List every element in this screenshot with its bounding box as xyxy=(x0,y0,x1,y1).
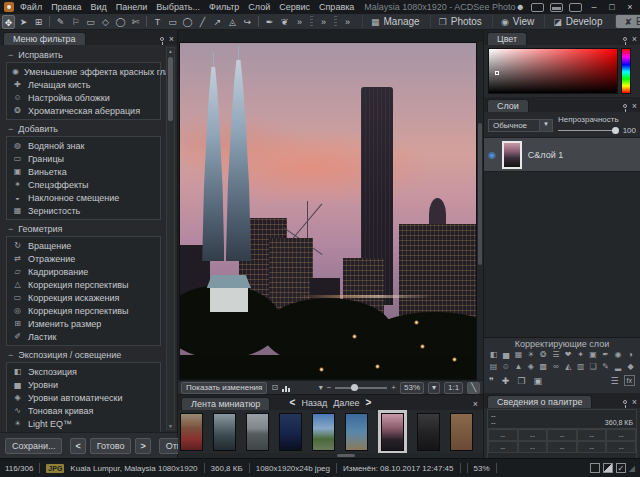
filter-item[interactable]: ◒Наклонное смещение xyxy=(7,191,160,204)
zoom-level[interactable]: 53% xyxy=(400,382,424,394)
ellipse-shape-tool[interactable]: ◯ xyxy=(181,15,194,29)
filter-item[interactable]: ◍Водяной знак xyxy=(7,139,160,152)
menu-item[interactable]: Правка xyxy=(51,2,81,12)
close-icon[interactable]: × xyxy=(169,35,174,43)
thumbnail-road-valley[interactable] xyxy=(312,413,335,451)
layout-bottom-button[interactable] xyxy=(550,3,563,12)
layer-visibility-icon[interactable]: ◉ xyxy=(488,150,496,160)
filter-section-header[interactable]: −Экспозиция / освещение xyxy=(8,350,161,360)
close-icon[interactable]: × xyxy=(632,35,637,43)
minimize-button[interactable]: – xyxy=(588,2,600,12)
collapse-icon[interactable]: − xyxy=(8,51,13,59)
zoom-in-icon[interactable]: + xyxy=(391,383,396,392)
checkbox-icon[interactable]: ✓ xyxy=(616,463,626,473)
collapse-icon[interactable]: − xyxy=(8,225,13,233)
filter-item[interactable]: ☀Light EQ™ xyxy=(7,417,160,430)
filter-item[interactable]: ↻Вращение xyxy=(7,239,160,252)
done-button[interactable]: Готово xyxy=(90,438,132,454)
thumbnail-dark-gate[interactable] xyxy=(417,413,440,451)
filter-scrollbar[interactable]: ▲ ▼ xyxy=(166,47,175,430)
adj-curves-icon[interactable]: ▦ xyxy=(513,349,524,361)
zoom-menu-icon[interactable]: ▾ xyxy=(319,383,323,392)
collapse-icon[interactable]: − xyxy=(8,351,13,359)
layout-left-button[interactable] xyxy=(531,3,544,12)
fit-image-icon[interactable]: ⊡ xyxy=(271,383,278,392)
filter-item[interactable]: ▣Виньетка xyxy=(7,165,160,178)
maximize-button[interactable]: □ xyxy=(606,2,618,12)
saturation-value-picker[interactable] xyxy=(488,48,618,94)
pin-icon[interactable] xyxy=(623,104,627,108)
curve-tool[interactable]: ↪ xyxy=(241,15,254,29)
adj-sharpen-icon[interactable]: ▲ xyxy=(513,361,524,373)
adj-photo-icon[interactable]: ❏ xyxy=(588,361,599,373)
adj-color-eq-icon[interactable]: ❤ xyxy=(563,349,574,361)
thumbnail-warm-detail[interactable] xyxy=(450,413,473,451)
scrollbar-thumb[interactable] xyxy=(478,123,482,265)
image-canvas[interactable]: Показать изменения ⊡ ▾ − + 53% ▾ 1:1 ╲ xyxy=(178,30,483,394)
zoom-out-icon[interactable]: − xyxy=(327,383,332,392)
filter-item[interactable]: ▅Уровни xyxy=(7,378,160,391)
filter-section-header[interactable]: −Исправить xyxy=(8,50,161,60)
adj-white-balance-icon[interactable]: ☰ xyxy=(550,349,561,361)
opacity-slider-handle[interactable] xyxy=(612,127,619,134)
move-select-tool[interactable]: ◇ xyxy=(99,15,112,29)
blend-mode-select[interactable]: Обычное ▼ xyxy=(488,119,553,132)
thumbnail-autumn-landscape[interactable] xyxy=(180,413,203,451)
contrast-icon[interactable] xyxy=(603,463,613,473)
scrollbar-thumb[interactable] xyxy=(337,454,355,457)
menu-item[interactable]: Вид xyxy=(91,2,107,12)
arrow-tool[interactable]: ↗ xyxy=(211,15,224,29)
pin-icon[interactable] xyxy=(160,37,164,41)
filter-item[interactable]: ☺Настройка обложки xyxy=(7,91,160,104)
zoom-dropdown[interactable]: ▾ xyxy=(428,382,440,394)
filter-item[interactable]: ▭Границы xyxy=(7,152,160,165)
filter-item[interactable]: ⇄Отражение xyxy=(7,252,160,265)
canvas-vertical-scrollbar[interactable] xyxy=(477,42,483,380)
pan-tool[interactable]: ✥ xyxy=(2,15,15,29)
duplicate-layer-action-icon[interactable]: ❐ xyxy=(517,376,525,386)
filter-item[interactable]: ✐Ластик xyxy=(7,330,160,343)
select-arrow-tool[interactable]: ➤ xyxy=(17,15,30,29)
layer-mask-action-icon[interactable]: ▣ xyxy=(533,376,542,386)
adj-photo-effect-icon[interactable]: ▣ xyxy=(588,349,599,361)
adj-portrait-icon[interactable]: ☺ xyxy=(500,361,511,373)
thumbnail-night-observatory[interactable] xyxy=(279,413,302,451)
show-changes-button[interactable]: Показать изменения xyxy=(181,382,267,394)
filter-item[interactable]: ≋Dehaze xyxy=(7,430,160,432)
filter-item[interactable]: △Коррекция перспективы xyxy=(7,278,160,291)
tab-color[interactable]: Цвет xyxy=(487,32,527,45)
filter-item[interactable]: ⊞Изменить размер xyxy=(7,317,160,330)
polygon-tool[interactable]: ◬ xyxy=(226,15,239,29)
tab-photos[interactable]: ❐Photos xyxy=(430,15,490,28)
thumbnail-city-sunset-selected[interactable] xyxy=(378,410,407,453)
close-icon[interactable]: × xyxy=(473,400,480,410)
opacity-slider[interactable] xyxy=(558,130,619,131)
account-icon[interactable]: ☻ xyxy=(516,2,525,12)
collapse-icon[interactable]: − xyxy=(8,125,13,133)
filter-section-header[interactable]: −Добавить xyxy=(8,124,161,134)
menu-item[interactable]: Слой xyxy=(248,2,270,12)
layout-right-button[interactable] xyxy=(569,3,582,12)
thumbnail-rocky-stream[interactable] xyxy=(213,413,236,451)
tab-palette-info[interactable]: Сведения о палитре xyxy=(487,395,592,408)
pen-tool[interactable]: ✒ xyxy=(263,15,276,29)
compare-icon[interactable] xyxy=(590,463,600,473)
pan-mode-button[interactable]: ╲ xyxy=(467,382,480,394)
tool-overflow-1[interactable]: » xyxy=(293,15,306,29)
filter-item[interactable]: ❂Хроматическая аберрация xyxy=(7,104,160,117)
magic-wand-tool[interactable]: ✄ xyxy=(129,15,142,29)
zoom-slider-handle[interactable] xyxy=(351,384,358,391)
scrollbar-thumb[interactable] xyxy=(168,57,173,121)
rectangle-shape-tool[interactable]: ▭ xyxy=(166,15,179,29)
scroll-up-icon[interactable]: ▲ xyxy=(168,48,173,54)
fx-button[interactable]: fx xyxy=(624,375,635,386)
resize-grip[interactable]: ◢ xyxy=(629,464,635,473)
adj-light-eq-icon[interactable]: ✦ xyxy=(575,349,586,361)
tab-edit[interactable]: ✘Edit xyxy=(615,15,640,28)
tab-view[interactable]: ◉View xyxy=(492,15,542,28)
filter-item[interactable]: ◧Экспозиция xyxy=(7,365,160,378)
menu-item[interactable]: Фильтр xyxy=(209,2,239,12)
brush-tool[interactable]: ❦ xyxy=(278,15,291,29)
adj-brightness-icon[interactable]: ☀ xyxy=(525,349,536,361)
polygon-lasso-tool[interactable]: ⚐ xyxy=(69,15,82,29)
